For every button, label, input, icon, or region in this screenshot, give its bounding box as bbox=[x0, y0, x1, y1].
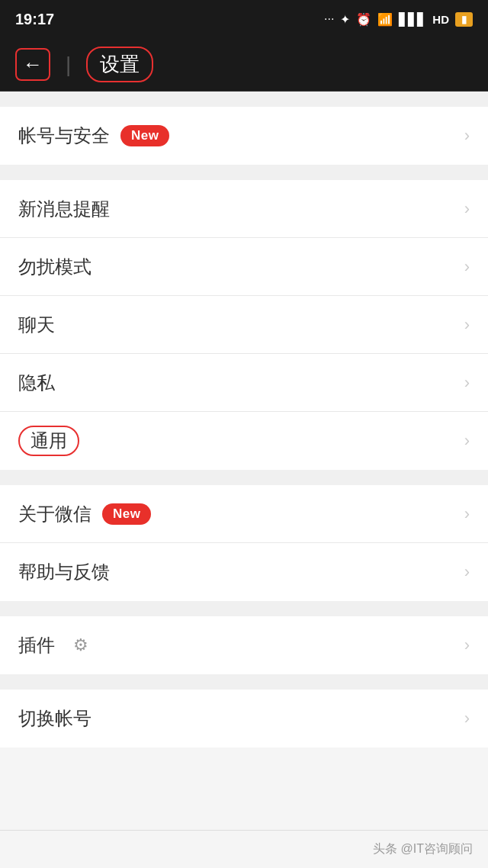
account-security-label: 帐号与安全 bbox=[18, 124, 110, 148]
section-gap-2 bbox=[0, 165, 488, 180]
watermark-text: 头条 @IT咨询顾问 bbox=[373, 841, 473, 857]
privacy-label: 隐私 bbox=[18, 371, 55, 395]
menu-item-left: 切换帐号 bbox=[18, 706, 92, 731]
menu-item-left: 通用 bbox=[18, 426, 79, 456]
chevron-right-icon: › bbox=[464, 199, 470, 219]
menu-item-left: 新消息提醒 bbox=[18, 197, 110, 221]
new-message-label: 新消息提醒 bbox=[18, 197, 110, 221]
section-messages: 新消息提醒 › 勿扰模式 › 聊天 › 隐私 › 通用 › bbox=[0, 180, 488, 470]
menu-item-general[interactable]: 通用 › bbox=[0, 412, 488, 470]
chevron-right-icon: › bbox=[464, 315, 470, 335]
chevron-right-icon: › bbox=[464, 373, 470, 393]
battery-icon: ▮ bbox=[455, 12, 473, 27]
page-title: 设置 bbox=[86, 47, 153, 82]
menu-item-chat[interactable]: 聊天 › bbox=[0, 296, 488, 354]
menu-item-left: 帐号与安全 New bbox=[18, 124, 169, 148]
status-time: 19:17 bbox=[15, 11, 54, 28]
wifi-icon: 📶 bbox=[377, 12, 393, 27]
app-header: ← | 设置 bbox=[0, 38, 488, 92]
section-gap-4 bbox=[0, 601, 488, 616]
section-switch-account: 切换帐号 › bbox=[0, 690, 488, 747]
section-account: 帐号与安全 New › bbox=[0, 107, 488, 165]
section-plugins: 插件 ⚙ › bbox=[0, 616, 488, 674]
switch-account-label: 切换帐号 bbox=[18, 706, 92, 731]
chevron-right-icon: › bbox=[464, 635, 470, 655]
status-icons: ··· ✦ ⏰ 📶 ▋▋▋ HD ▮ bbox=[324, 12, 473, 27]
menu-item-plugins[interactable]: 插件 ⚙ › bbox=[0, 616, 488, 674]
menu-item-switch-account[interactable]: 切换帐号 › bbox=[0, 690, 488, 747]
plugin-gear-icon: ⚙ bbox=[73, 635, 88, 655]
chat-label: 聊天 bbox=[18, 313, 55, 337]
account-security-new-badge: New bbox=[120, 125, 169, 146]
hd-label: HD bbox=[432, 13, 449, 26]
alarm-icon: ⏰ bbox=[356, 12, 371, 27]
chevron-right-icon: › bbox=[464, 562, 470, 582]
section-about: 关于微信 New › 帮助与反馈 › bbox=[0, 485, 488, 601]
chevron-right-icon: › bbox=[464, 257, 470, 277]
general-label: 通用 bbox=[18, 426, 79, 456]
chevron-right-icon: › bbox=[464, 431, 470, 451]
menu-item-new-message[interactable]: 新消息提醒 › bbox=[0, 180, 488, 238]
section-gap-1 bbox=[0, 92, 488, 107]
signal-dots-icon: ··· bbox=[324, 12, 334, 26]
bluetooth-icon: ✦ bbox=[340, 12, 350, 27]
back-arrow-icon: ← bbox=[23, 53, 43, 76]
menu-item-dnd[interactable]: 勿扰模式 › bbox=[0, 238, 488, 296]
menu-item-left: 勿扰模式 bbox=[18, 255, 92, 279]
plugins-label: 插件 bbox=[18, 633, 55, 657]
menu-item-about-wechat[interactable]: 关于微信 New › bbox=[0, 485, 488, 543]
menu-item-left: 帮助与反馈 bbox=[18, 560, 110, 584]
header-divider: | bbox=[66, 53, 71, 77]
menu-item-help-feedback[interactable]: 帮助与反馈 › bbox=[0, 543, 488, 601]
menu-item-account-security[interactable]: 帐号与安全 New › bbox=[0, 107, 488, 165]
menu-item-left: 聊天 bbox=[18, 313, 55, 337]
help-feedback-label: 帮助与反馈 bbox=[18, 560, 110, 584]
section-gap-3 bbox=[0, 470, 488, 485]
section-gap-5 bbox=[0, 674, 488, 690]
menu-item-privacy[interactable]: 隐私 › bbox=[0, 354, 488, 412]
about-wechat-new-badge: New bbox=[102, 503, 151, 525]
menu-item-left: 隐私 bbox=[18, 371, 55, 395]
chevron-right-icon: › bbox=[464, 709, 470, 728]
status-bar: 19:17 ··· ✦ ⏰ 📶 ▋▋▋ HD ▮ bbox=[0, 0, 488, 38]
footer-bar: 头条 @IT咨询顾问 bbox=[0, 830, 488, 868]
chevron-right-icon: › bbox=[464, 504, 470, 524]
dnd-label: 勿扰模式 bbox=[18, 255, 92, 279]
signal-bars-icon: ▋▋▋ bbox=[399, 12, 426, 27]
about-wechat-label: 关于微信 bbox=[18, 502, 92, 526]
back-button[interactable]: ← bbox=[15, 48, 50, 81]
menu-item-left: 关于微信 New bbox=[18, 502, 151, 526]
menu-item-left: 插件 ⚙ bbox=[18, 633, 88, 657]
chevron-right-icon: › bbox=[464, 126, 470, 146]
